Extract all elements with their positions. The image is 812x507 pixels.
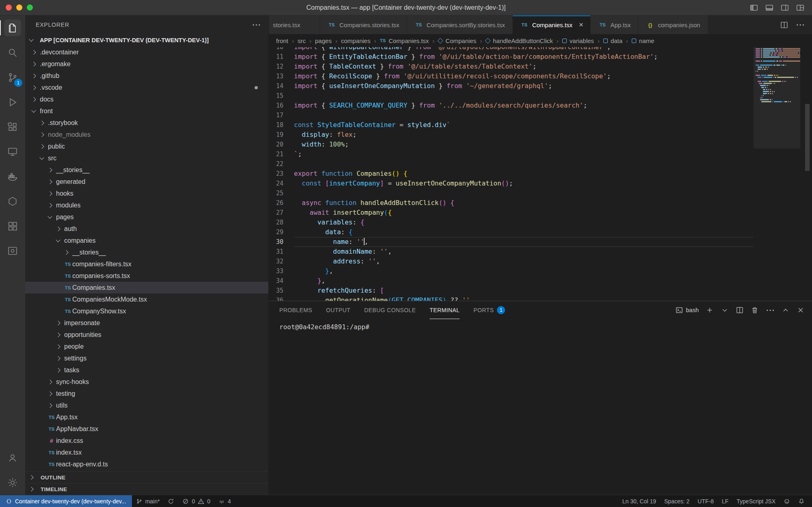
tree-item-hooks[interactable]: hooks	[25, 188, 268, 199]
breadcrumb-item-name[interactable]: name	[632, 37, 654, 44]
tree-item-testing[interactable]: testing	[25, 388, 268, 399]
breadcrumb-item-companies-tsx[interactable]: Companies.tsx	[380, 37, 429, 44]
panel-tab-output[interactable]: OUTPUT	[326, 301, 350, 319]
notifications-status[interactable]	[794, 495, 809, 507]
panel-tab-terminal[interactable]: TERMINAL	[430, 301, 460, 319]
activity-docker[interactable]	[0, 164, 25, 189]
tree-item-react-app-env-d-ts[interactable]: react-app-env.d.ts	[25, 458, 268, 470]
eol-status[interactable]: LF	[718, 495, 732, 507]
kill-terminal-icon[interactable]	[751, 306, 759, 314]
tree-item-companyshow-tsx[interactable]: CompanyShow.tsx	[25, 305, 268, 317]
git-branch-status[interactable]: main*	[132, 495, 164, 507]
activity-source-control[interactable]: 1	[0, 65, 25, 90]
tree-item-ergomake[interactable]: .ergomake	[25, 58, 268, 70]
terminal-shell-selector[interactable]: bash	[675, 306, 699, 314]
tree-item-settings[interactable]: settings	[25, 352, 268, 364]
feedback-status[interactable]	[780, 495, 794, 507]
timeline-section-header[interactable]: TIMELINE	[25, 483, 268, 495]
tree-item-public[interactable]: public	[25, 140, 268, 152]
panel-tab-ports[interactable]: PORTS 1	[473, 301, 505, 319]
tree-item-vscode[interactable]: .vscode	[25, 82, 268, 93]
zoom-window-button[interactable]	[27, 4, 33, 11]
activity-run-and-debug[interactable]	[0, 90, 25, 114]
breadcrumb-item-front[interactable]: front	[276, 37, 288, 44]
activity-accounts[interactable]	[0, 445, 25, 470]
activity-explorer[interactable]	[0, 15, 25, 40]
tree-item-sync-hooks[interactable]: sync-hooks	[25, 376, 268, 388]
maximize-panel-icon[interactable]	[782, 306, 790, 314]
tree-item-index-css[interactable]: index.css	[25, 435, 268, 447]
breadcrumb-item-companies[interactable]: Companies	[438, 37, 476, 44]
tree-item-companies[interactable]: companies	[25, 235, 268, 246]
problems-status[interactable]: 0 0	[178, 495, 214, 507]
more-actions-icon[interactable]	[796, 23, 805, 27]
tree-item-stories[interactable]: __stories__	[25, 246, 268, 258]
new-terminal-icon[interactable]	[706, 306, 714, 314]
panel-tab-problems[interactable]: PROBLEMS	[279, 301, 312, 319]
tree-item-devcontainer[interactable]: .devcontainer	[25, 46, 268, 58]
tree-item-generated[interactable]: generated	[25, 176, 268, 188]
tree-item-front[interactable]: front	[25, 105, 268, 117]
activity-preview[interactable]	[0, 238, 25, 263]
indentation-status[interactable]: Spaces: 2	[660, 495, 693, 507]
breadcrumb-item-pages[interactable]: pages	[315, 37, 332, 44]
tree-item-impersonate[interactable]: impersonate	[25, 317, 268, 329]
split-terminal-icon[interactable]	[736, 306, 744, 314]
cursor-position-status[interactable]: Ln 30, Col 19	[618, 495, 660, 507]
toggle-primary-sidebar-icon[interactable]	[749, 3, 758, 12]
activity-search[interactable]	[0, 40, 25, 65]
tree-item-people[interactable]: people	[25, 341, 268, 352]
tab-companies-stories-tsx[interactable]: Companies.stories.tsx	[320, 15, 407, 34]
tree-item-stories[interactable]: __stories__	[25, 164, 268, 176]
more-actions-icon[interactable]	[766, 308, 775, 312]
close-window-button[interactable]	[6, 4, 12, 11]
tree-item-companies-filters-tsx[interactable]: companies-filters.tsx	[25, 258, 268, 270]
tree-item-modules[interactable]: modules	[25, 199, 268, 211]
encoding-status[interactable]: UTF-8	[693, 495, 718, 507]
tree-item-auth[interactable]: auth	[25, 223, 268, 235]
tab-companies-json[interactable]: companies.json	[638, 15, 708, 34]
toggle-panel-icon[interactable]	[765, 3, 774, 12]
close-tab-icon[interactable]	[579, 21, 583, 28]
breadcrumb-item-companies[interactable]: companies	[341, 37, 371, 44]
breadcrumb-item-variables[interactable]: variables	[562, 37, 594, 44]
more-actions-icon[interactable]	[252, 23, 261, 27]
breadcrumb-item-handleaddbuttonclick[interactable]: handleAddButtonClick	[486, 37, 553, 44]
split-editor-icon[interactable]	[780, 21, 788, 29]
terminal-dropdown-icon[interactable]	[721, 306, 729, 314]
tree-item-github[interactable]: .github	[25, 70, 268, 82]
tab-companies-sortby-stories-tsx[interactable]: Companies.sortBy.stories.tsx	[407, 15, 513, 34]
tree-item-docs[interactable]: docs	[25, 93, 268, 105]
tab-app-tsx[interactable]: App.tsx	[591, 15, 638, 34]
panel-tab-debug-console[interactable]: DEBUG CONSOLE	[364, 301, 416, 319]
forwarded-ports-status[interactable]: 4	[214, 495, 235, 507]
tree-item-node-modules[interactable]: node_modules	[25, 129, 268, 140]
outline-section-header[interactable]: OUTLINE	[25, 471, 268, 483]
explorer-section-header[interactable]: APP [CONTAINER DEV-TWENTY-DEV (DEV-TWENT…	[25, 34, 268, 46]
tree-item-companies-tsx[interactable]: Companies.tsx	[25, 282, 268, 293]
tree-item-companies-sorts-tsx[interactable]: companies-sorts.tsx	[25, 270, 268, 282]
activity-settings[interactable]	[0, 470, 25, 495]
tree-item-index-tsx[interactable]: index.tsx	[25, 447, 268, 458]
breadcrumb-item-src[interactable]: src	[298, 37, 306, 44]
editor-scrollbar[interactable]	[800, 47, 812, 301]
tree-item-opportunities[interactable]: opportunities	[25, 329, 268, 341]
tree-item-app-tsx[interactable]: App.tsx	[25, 411, 268, 423]
breadcrumb-item-data[interactable]: data	[603, 37, 622, 44]
tree-item-pages[interactable]: pages	[25, 211, 268, 223]
close-panel-icon[interactable]	[797, 306, 805, 314]
sync-changes[interactable]	[164, 495, 178, 507]
toggle-secondary-sidebar-icon[interactable]	[780, 3, 789, 12]
tree-item-src[interactable]: src	[25, 152, 268, 164]
tree-item-utils[interactable]: utils	[25, 399, 268, 411]
tab-stories-tsx[interactable]: stories.tsx	[269, 15, 320, 34]
activity-api[interactable]	[0, 189, 25, 214]
tree-item-storybook[interactable]: .storybook	[25, 117, 268, 129]
terminal-view[interactable]: root@0a42ecd84891:/app#	[269, 319, 812, 495]
language-mode-status[interactable]: TypeScript JSX	[732, 495, 780, 507]
customize-layout-icon[interactable]	[796, 3, 805, 12]
tab-companies-tsx[interactable]: Companies.tsx	[513, 15, 591, 34]
minimap[interactable]	[754, 47, 800, 301]
code-editor[interactable]: 10import { WithTopBarContainer } from '@…	[269, 47, 754, 301]
tree-item-companiesmockmode-tsx[interactable]: CompaniesMockMode.tsx	[25, 293, 268, 305]
